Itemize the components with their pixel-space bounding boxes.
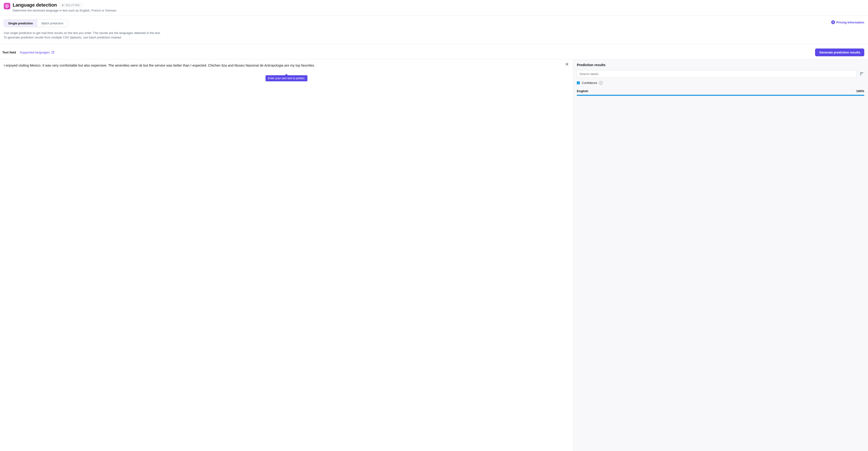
page-header: Language detection AI SOLUTION Determine… — [0, 0, 868, 16]
result-label: English — [577, 89, 588, 93]
svg-text:$: $ — [832, 21, 834, 24]
ai-solution-badge: AI SOLUTION — [59, 3, 83, 7]
sort-button[interactable] — [859, 71, 864, 77]
results-title: Prediction results — [577, 63, 864, 67]
globe-icon — [4, 3, 10, 9]
supported-languages-link[interactable]: Supported languages — [20, 51, 54, 54]
confidence-legend: Confidence i — [577, 81, 864, 85]
close-icon — [565, 63, 568, 66]
supported-languages-label: Supported languages — [20, 51, 50, 54]
text-field-label: Text field — [2, 51, 16, 54]
pricing-information-link[interactable]: $ Pricing Information — [831, 20, 864, 24]
prediction-tabs: Single prediction Batch prediction — [4, 20, 68, 27]
tab-description: Use single prediction to get real-time r… — [4, 31, 161, 40]
confidence-label: Confidence — [582, 81, 597, 85]
sort-icon — [860, 72, 864, 76]
tab-single-prediction[interactable]: Single prediction — [4, 20, 37, 27]
confidence-swatch — [577, 81, 580, 84]
text-input[interactable] — [0, 59, 573, 448]
info-icon[interactable]: i — [599, 81, 602, 85]
tab-description-line: Use single prediction to get real-time r… — [4, 31, 161, 35]
clear-text-button[interactable] — [565, 63, 569, 67]
tab-description-line: To generate prediction results from mult… — [4, 35, 161, 40]
external-link-icon — [51, 51, 55, 54]
confidence-bar — [577, 95, 864, 96]
generate-prediction-button[interactable]: Generate prediction results — [815, 49, 864, 56]
result-item: English 100% — [577, 89, 864, 96]
page-title: Language detection — [13, 2, 57, 8]
result-percent: 100% — [856, 89, 864, 93]
page-subtitle: Determine the dominant language in text … — [13, 9, 117, 12]
text-input-tooltip: Enter your own text to predict. — [266, 75, 307, 81]
dollar-circle-icon: $ — [831, 20, 835, 24]
search-labels-input[interactable] — [577, 70, 857, 78]
text-entry-pane: Enter your own text to predict. 206 out … — [0, 59, 573, 451]
character-count: 206 out of 100,000 characters used. — [0, 448, 573, 451]
main-content: Enter your own text to predict. 206 out … — [0, 59, 868, 451]
tab-batch-prediction[interactable]: Batch prediction — [37, 20, 67, 27]
confidence-bar-fill — [577, 95, 864, 96]
controls-bar: Single prediction Batch prediction Use s… — [0, 16, 868, 40]
prediction-results-pane: Prediction results Confidence i English … — [573, 59, 868, 451]
text-field-header: Text field Supported languages Generate … — [0, 44, 868, 59]
pricing-link-label: Pricing Information — [836, 21, 864, 24]
